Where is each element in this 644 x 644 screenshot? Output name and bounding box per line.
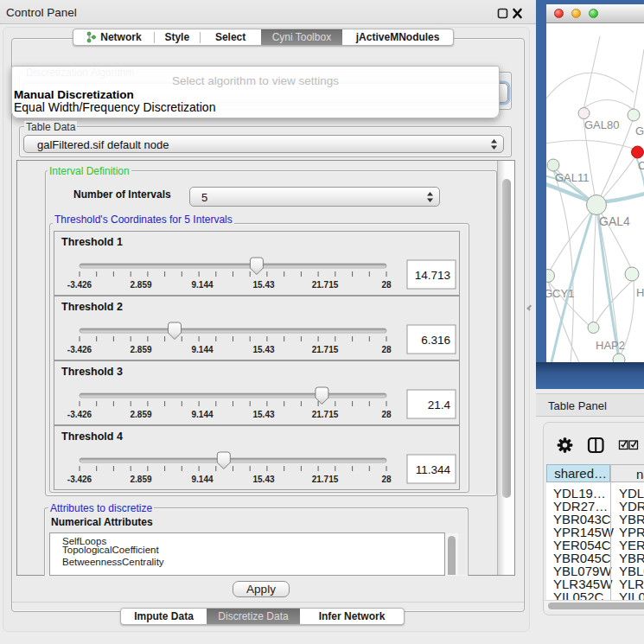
svg-text:21.715: 21.715	[312, 345, 339, 354]
svg-text:28: 28	[381, 280, 392, 290]
svg-text:21.715: 21.715	[312, 410, 339, 419]
svg-text:-3.426: -3.426	[67, 410, 92, 419]
svg-text:GAL4: GAL4	[599, 214, 630, 228]
svg-text:9.144: 9.144	[191, 345, 213, 354]
svg-text:15.43: 15.43	[252, 410, 274, 419]
svg-text:HAP2: HAP2	[596, 339, 625, 352]
svg-text:2.859: 2.859	[130, 475, 151, 484]
svg-text:9.144: 9.144	[191, 280, 213, 290]
svg-text:28: 28	[381, 475, 392, 484]
svg-text:21.715: 21.715	[312, 475, 339, 484]
svg-text:15.43: 15.43	[252, 345, 274, 354]
svg-text:21.715: 21.715	[312, 280, 339, 290]
svg-text:14.713: 14.713	[415, 269, 450, 282]
svg-text:Threshold 2: Threshold 2	[61, 301, 123, 313]
svg-text:2.859: 2.859	[130, 345, 151, 354]
svg-text:GAL80: GAL80	[584, 118, 619, 131]
svg-text:-3.426: -3.426	[67, 280, 92, 290]
svg-text:H: H	[636, 286, 644, 299]
svg-text:2.859: 2.859	[130, 280, 151, 290]
svg-text:9.144: 9.144	[191, 475, 213, 484]
svg-text:-3.426: -3.426	[67, 345, 92, 354]
svg-text:Threshold 4: Threshold 4	[61, 430, 123, 443]
svg-text:28: 28	[381, 410, 392, 419]
svg-text:11.344: 11.344	[416, 463, 451, 476]
svg-text:GCY1: GCY1	[546, 287, 574, 300]
svg-text:-3.426: -3.426	[67, 475, 92, 484]
svg-text:Threshold 1: Threshold 1	[61, 236, 123, 248]
svg-text:Threshold 3: Threshold 3	[61, 366, 123, 378]
svg-text:9.144: 9.144	[191, 410, 213, 419]
svg-text:GAL11: GAL11	[555, 171, 590, 184]
svg-text:C: C	[638, 159, 644, 172]
svg-text:15.43: 15.43	[252, 475, 274, 484]
svg-text:28: 28	[381, 345, 392, 354]
svg-text:21.4: 21.4	[428, 399, 451, 411]
svg-text:GA: GA	[635, 124, 644, 137]
svg-text:15.43: 15.43	[252, 280, 274, 290]
svg-text:2.859: 2.859	[130, 410, 151, 419]
svg-text:6.316: 6.316	[421, 334, 450, 347]
